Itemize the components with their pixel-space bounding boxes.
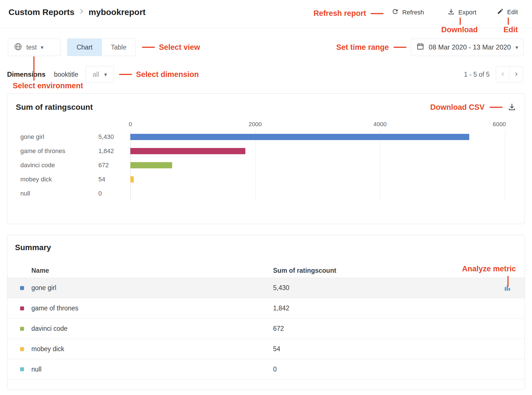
export-button[interactable]: Export <box>447 8 476 17</box>
series-color-swatch <box>20 286 24 290</box>
annotation-select-dimension: Select dimension <box>119 70 199 79</box>
row-name: gone girl <box>31 284 273 292</box>
chevron-down-icon: ▾ <box>515 45 518 50</box>
table-row[interactable]: gone girl5,430 <box>7 278 525 298</box>
table-row[interactable]: game of thrones1,842 <box>7 298 525 318</box>
chart-category-label: davinci code <box>16 162 98 169</box>
pencil-icon <box>497 8 504 16</box>
summary-title: Summary <box>7 243 525 252</box>
table-row[interactable]: null0 <box>7 359 525 379</box>
chart-row: game of thrones1,842 <box>16 144 505 158</box>
series-color-swatch <box>20 327 24 331</box>
row-value: 54 <box>273 345 503 353</box>
series-color-swatch <box>20 306 24 310</box>
dimensions-bar: Dimensions booktitle all ▾ Select dimens… <box>0 66 532 83</box>
toolbar: test ▾ Chart Table Select view Set time … <box>0 38 532 56</box>
date-range-value: 08 Mar 2020 - 13 Mar 2020 <box>429 43 511 51</box>
download-csv-button[interactable] <box>508 103 516 112</box>
chart-bar[interactable] <box>130 134 469 140</box>
axis-tick-label: 4000 <box>373 121 387 128</box>
chart-category-label: gone girl <box>16 133 98 141</box>
series-color-swatch <box>20 367 24 371</box>
download-icon <box>447 8 455 17</box>
table-row[interactable]: davinci code672 <box>7 318 525 339</box>
table-row[interactable]: mobey dick54 <box>7 339 525 359</box>
summary-rows: gone girl5,430game of thrones1,842davinc… <box>7 278 525 379</box>
date-range-picker[interactable]: 08 Mar 2020 - 13 Mar 2020 ▾ <box>411 38 524 56</box>
chevron-left-icon <box>500 71 506 78</box>
row-value: 1,842 <box>273 304 503 312</box>
chart-title: Sum of ratingscount <box>16 103 93 112</box>
chart-axis-ticks: 0200040006000 <box>130 121 505 130</box>
annotation-line <box>119 74 132 75</box>
column-header-name: Name <box>31 267 273 274</box>
chart-value-label: 1,842 <box>98 147 130 155</box>
row-name: null <box>31 366 273 373</box>
download-icon <box>508 103 516 112</box>
dimension-value: all <box>93 71 99 78</box>
annotation-select-view-label: Select view <box>159 43 200 52</box>
dimension-value-dropdown[interactable]: all ▾ <box>86 66 114 83</box>
row-value: 672 <box>273 325 503 332</box>
annotation-analyze-metric: Analyze metric <box>462 265 516 273</box>
row-name: game of thrones <box>31 304 273 312</box>
chart-row: mobey dick54 <box>16 172 505 186</box>
breadcrumb: Custom Reports mybookreport <box>8 7 146 17</box>
annotation-refresh-report-label: Refresh report <box>313 9 366 18</box>
chart-bar-track <box>130 190 505 197</box>
chart-row: null0 <box>16 186 505 201</box>
annotation-line <box>33 56 34 81</box>
annotation-download-csv-label: Download CSV <box>430 103 485 112</box>
chevron-down-icon: ▾ <box>104 72 107 77</box>
breadcrumb-chevron-icon <box>78 7 85 17</box>
annotation-edit: Edit <box>503 25 518 34</box>
row-name: mobey dick <box>31 345 273 353</box>
header: Custom Reports mybookreport Refresh repo… <box>0 0 532 28</box>
dimensions-label: Dimensions <box>7 70 46 78</box>
previous-page-button[interactable] <box>496 67 509 82</box>
annotation-select-view: Select view <box>142 43 200 52</box>
edit-button[interactable]: Edit <box>497 8 518 16</box>
annotation-line <box>490 107 503 108</box>
annotation-line <box>393 47 406 48</box>
bar-chart: 0200040006000 gone girl5,430game of thro… <box>16 121 516 201</box>
dimension-name: booktitle <box>54 71 78 78</box>
row-name: davinci code <box>31 325 273 332</box>
chart-category-label: game of thrones <box>16 147 98 155</box>
axis-tick-label: 6000 <box>493 121 506 128</box>
chart-bar[interactable] <box>130 162 172 168</box>
breadcrumb-custom-reports[interactable]: Custom Reports <box>8 7 74 17</box>
chart-bar[interactable] <box>130 148 245 154</box>
tab-table[interactable]: Table <box>101 39 135 56</box>
export-button-label: Export <box>458 9 476 16</box>
tab-chart[interactable]: Chart <box>68 39 101 56</box>
environment-dropdown[interactable]: test ▾ <box>8 38 60 56</box>
environment-value: test <box>26 44 37 51</box>
refresh-icon <box>392 8 399 17</box>
pagination-range: 1 - 5 of 5 <box>464 71 490 78</box>
date-range-group: Set time range 08 Mar 2020 - 13 Mar 2020… <box>336 38 524 56</box>
row-value: 5,430 <box>273 284 503 292</box>
annotation-line <box>508 18 509 25</box>
chart-value-label: 672 <box>98 162 130 169</box>
chart-value-label: 5,430 <box>98 133 130 141</box>
breadcrumb-report-name: mybookreport <box>88 7 146 17</box>
chart-title-row: Sum of ratingscount Download CSV <box>16 102 516 113</box>
gridline <box>505 130 505 201</box>
chart-card: Sum of ratingscount Download CSV 0200040… <box>7 93 525 224</box>
refresh-button-label: Refresh <box>402 9 424 16</box>
chevron-down-icon: ▾ <box>41 45 44 50</box>
annotation-set-time-range: Set time range <box>336 43 389 52</box>
next-page-button[interactable] <box>509 67 523 82</box>
chart-axis-row: 0200040006000 <box>16 121 505 130</box>
chart-bar-track <box>130 162 505 168</box>
axis-tick-label: 2000 <box>248 121 262 128</box>
chart-category-label: mobey dick <box>16 176 98 183</box>
pagination-controls <box>496 66 523 82</box>
view-toggle: Chart Table <box>67 38 136 56</box>
refresh-button[interactable]: Refresh <box>392 8 424 17</box>
pagination: 1 - 5 of 5 <box>464 66 523 82</box>
chart-rows: gone girl5,430game of thrones1,842davinc… <box>16 130 505 201</box>
chart-bar[interactable] <box>130 176 134 183</box>
chart-row: davinci code672 <box>16 158 505 172</box>
